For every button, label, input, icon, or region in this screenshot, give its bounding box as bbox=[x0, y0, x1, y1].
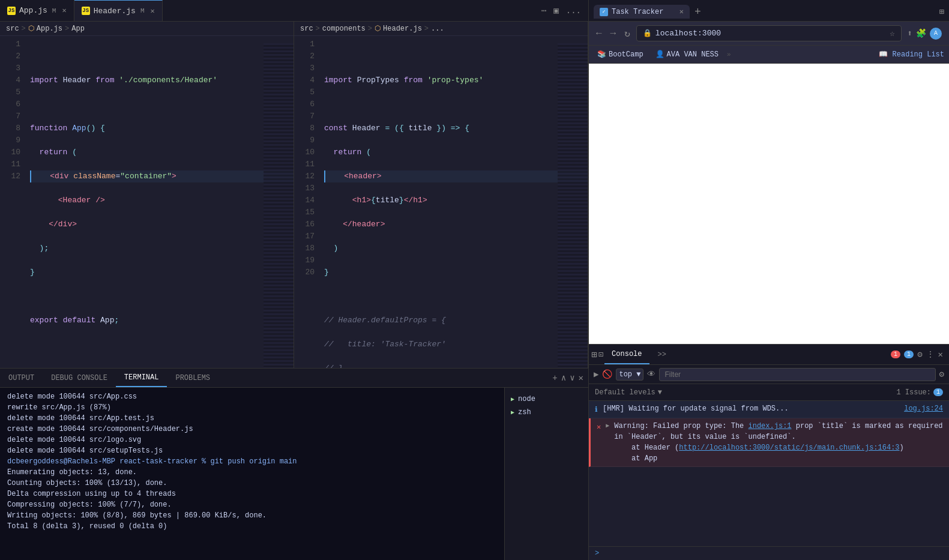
terminal-body[interactable]: delete mode 100644 src/App.css rewrite s… bbox=[0, 388, 504, 560]
url-text: localhost:3000 bbox=[655, 29, 886, 38]
nav-icons: ⬆ 🧩 A bbox=[905, 28, 944, 40]
filter-input[interactable] bbox=[659, 368, 935, 381]
info-count-badge: 1 bbox=[904, 351, 914, 358]
line-numbers-app: 12345 678910 1112 bbox=[0, 36, 25, 368]
refresh-button[interactable]: ↻ bbox=[622, 26, 633, 41]
console-filter-settings-icon[interactable]: ⚙ bbox=[939, 369, 944, 379]
bookmark-star-icon[interactable]: ☆ bbox=[890, 28, 894, 38]
code-content-app[interactable]: import Header from './components/Header'… bbox=[25, 36, 294, 368]
header-js-icon: JS bbox=[82, 7, 90, 15]
tab-header-js-label: Header.js bbox=[94, 7, 136, 16]
bookmark-bootcamp[interactable]: 📚 BootCamp bbox=[594, 49, 647, 60]
console-source-indexjs[interactable]: index.js:1 bbox=[749, 422, 792, 430]
inspect-element-icon[interactable]: ⊞ bbox=[591, 349, 597, 361]
browser-tab-close[interactable]: ✕ bbox=[679, 7, 684, 16]
code-area-app[interactable]: 12345 678910 1112 import Header from './… bbox=[0, 36, 294, 368]
browser-tab-title: Task Tracker bbox=[612, 8, 663, 16]
browser-tab-task-tracker[interactable]: ✓ Task Tracker ✕ bbox=[594, 5, 690, 19]
app-container: JS App.js M ✕ JS Header.js M ✕ ⋯ ▣ ... bbox=[0, 0, 949, 560]
share-icon[interactable]: ⬆ bbox=[908, 28, 912, 38]
close-panel-btn[interactable]: ✕ bbox=[579, 373, 583, 383]
terminal-line-12: Writing objects: 100% (8/8), 869 bytes |… bbox=[7, 510, 497, 521]
editors-row: src > ⬡ App.js > App 12345 678910 1112 bbox=[0, 22, 588, 368]
tab-app-js-label: App.js bbox=[19, 6, 47, 15]
tab-overview-icon[interactable]: ⊞ bbox=[939, 7, 944, 17]
console-msg-error: Warning: Failed prop type: The index.js:… bbox=[614, 421, 943, 464]
code-lines-app: 12345 678910 1112 import Header from './… bbox=[0, 36, 294, 368]
terminal-zsh[interactable]: ▶ zsh bbox=[505, 406, 588, 419]
more-actions-button[interactable]: ... bbox=[564, 5, 583, 17]
maximize-panel-btn[interactable]: ∨ bbox=[570, 373, 574, 383]
devtools-settings-icon[interactable]: ⚙ bbox=[917, 349, 922, 360]
forward-button[interactable]: → bbox=[608, 27, 619, 40]
browser-section: ✓ Task Tracker ✕ + ⊞ ← → ↻ 🔒 localhost:3… bbox=[588, 0, 949, 560]
console-source-main-chunk[interactable]: http://localhost:3000/static/js/main.chu… bbox=[679, 444, 899, 452]
back-button[interactable]: ← bbox=[594, 27, 604, 40]
console-stop-icon[interactable]: 🚫 bbox=[602, 369, 612, 379]
app-js-icon: JS bbox=[7, 7, 16, 15]
bookmarks-bar: 📚 BootCamp 👤 AVA VAN NESS » 📖 Reading Li… bbox=[589, 46, 949, 64]
panel-tab-output[interactable]: OUTPUT bbox=[0, 369, 43, 387]
collapse-panel-btn[interactable]: ∧ bbox=[561, 373, 566, 383]
browser-navbar: ← → ↻ 🔒 localhost:3000 ☆ ⬆ 🧩 A bbox=[589, 22, 949, 46]
new-tab-button[interactable]: + bbox=[692, 6, 703, 18]
ava-icon: 👤 bbox=[655, 50, 664, 59]
panel-tab-terminal[interactable]: TERMINAL bbox=[116, 369, 167, 387]
line-numbers-header: 12345 678910 1112131415 1617181920 bbox=[294, 36, 319, 368]
panel-tab-problems[interactable]: PROBLEMS bbox=[167, 369, 218, 387]
error-icon: ✕ bbox=[597, 422, 601, 433]
tab-header-js-close[interactable]: ✕ bbox=[150, 7, 154, 16]
context-selector[interactable]: top ▼ bbox=[616, 369, 643, 381]
bookmarks-separator: » bbox=[727, 51, 731, 58]
terminal-line-1: delete mode 100644 src/App.css bbox=[7, 391, 497, 402]
split-editor-button[interactable]: ⋯ bbox=[539, 4, 549, 17]
bc-headerjs-icon: ⬡ bbox=[375, 24, 381, 33]
bc-dots: ... bbox=[431, 25, 444, 33]
user-avatar[interactable]: A bbox=[930, 28, 942, 40]
browser-tab-actions: ⊞ bbox=[939, 7, 944, 17]
console-msg-hmr: [HMR] Waiting for update signal from WDS… bbox=[603, 403, 899, 414]
console-body[interactable]: ℹ [HMR] Waiting for update signal from W… bbox=[589, 401, 949, 546]
add-terminal-btn[interactable]: + bbox=[552, 373, 557, 383]
error-expand-icon[interactable]: ▶ bbox=[606, 421, 609, 432]
devtools-tab-more[interactable]: >> bbox=[651, 345, 673, 364]
breadcrumb-src: src bbox=[6, 25, 19, 33]
device-toolbar-icon[interactable]: ⊡ bbox=[598, 349, 603, 360]
breadcrumb-app: src > ⬡ App.js > App bbox=[0, 22, 294, 36]
breadcrumb-appjs: ⬡ bbox=[28, 24, 34, 33]
terminal-line-11: Compressing objects: 100% (7/7), done. bbox=[7, 499, 497, 510]
extensions-icon[interactable]: 🧩 bbox=[916, 28, 926, 38]
code-area-header[interactable]: 12345 678910 1112131415 1617181920 impor… bbox=[294, 36, 588, 368]
breadcrumb-appjs-label: App.js bbox=[37, 25, 62, 33]
bootcamp-icon: 📚 bbox=[597, 50, 606, 59]
terminal-line-4: create mode 100644 src/components/Header… bbox=[7, 424, 497, 435]
address-bar[interactable]: 🔒 localhost:3000 ☆ bbox=[636, 25, 902, 41]
toggle-layout-button[interactable]: ▣ bbox=[551, 4, 561, 17]
bc-headerjs: Header.js bbox=[383, 25, 422, 33]
main-row: JS App.js M ✕ JS Header.js M ✕ ⋯ ▣ ... bbox=[0, 0, 949, 560]
panel-tab-debug[interactable]: DEBUG CONSOLE bbox=[43, 369, 116, 387]
console-eye-icon[interactable]: 👁 bbox=[647, 370, 655, 379]
tab-app-js[interactable]: JS App.js M ✕ bbox=[0, 0, 74, 21]
console-play-icon[interactable]: ▶ bbox=[594, 369, 598, 379]
browser-tab-bar: ✓ Task Tracker ✕ + ⊞ bbox=[589, 0, 949, 22]
tab-header-js[interactable]: JS Header.js M ✕ bbox=[74, 0, 163, 21]
console-row-error: ✕ ▶ Warning: Failed prop type: The index… bbox=[589, 418, 949, 467]
console-prompt: > bbox=[589, 546, 949, 560]
devtools-tab-console[interactable]: Console bbox=[604, 345, 649, 364]
tab-actions: ⋯ ▣ ... bbox=[534, 0, 588, 21]
breadcrumb-header: src > components > ⬡ Header.js > ... bbox=[294, 22, 588, 36]
console-source-logjs[interactable]: log.js:24 bbox=[904, 403, 943, 414]
reading-list-button[interactable]: 📖 Reading List bbox=[879, 50, 944, 59]
tab-app-js-close[interactable]: ✕ bbox=[62, 6, 66, 15]
terminal-sidebar: ▶ node ▶ zsh bbox=[504, 388, 588, 560]
code-content-header[interactable]: import PropTypes from 'prop-types' const… bbox=[319, 36, 588, 368]
terminal-node[interactable]: ▶ node bbox=[505, 393, 588, 406]
devtools-close-icon[interactable]: ✕ bbox=[938, 349, 943, 360]
bookmark-ava[interactable]: 👤 AVA VAN NESS bbox=[652, 49, 722, 60]
devtools-more-icon[interactable]: ⋮ bbox=[926, 349, 935, 360]
default-levels-chevron: ▼ bbox=[658, 388, 662, 397]
info-icon: ℹ bbox=[595, 405, 598, 415]
prompt-chevron-icon: > bbox=[595, 549, 599, 558]
console-row-hmr: ℹ [HMR] Waiting for update signal from W… bbox=[589, 401, 949, 418]
